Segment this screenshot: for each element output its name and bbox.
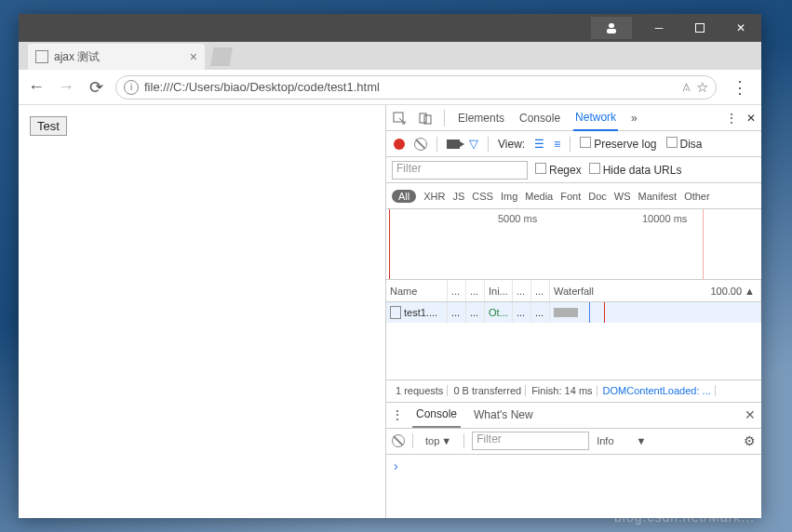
drawer-tabs: ⋮ Console What's New ✕ — [386, 403, 761, 429]
tick-5000: 5000 ms — [498, 213, 537, 224]
view-label: View: — [498, 138, 525, 151]
screenshot-icon[interactable] — [447, 140, 460, 149]
network-toolbar: ▽ View: ☰ ≡ Preserve log Disa — [386, 131, 761, 157]
record-icon[interactable] — [394, 139, 405, 150]
page-icon — [35, 50, 48, 63]
console-prompt-icon: › — [394, 459, 398, 473]
star-icon[interactable]: ☆ — [696, 79, 708, 96]
svg-rect-0 — [609, 23, 614, 28]
tab-strip: ajax 测试 × — [19, 42, 761, 70]
drawer-close-icon[interactable]: ✕ — [745, 407, 756, 422]
network-status-bar: 1 requests 0 B transferred Finish: 14 ms… — [386, 380, 761, 403]
close-tab-icon[interactable]: × — [190, 49, 197, 64]
console-settings-icon[interactable]: ⚙ — [744, 433, 756, 448]
forward-button[interactable]: → — [56, 77, 76, 97]
table-empty-area — [386, 323, 761, 380]
col-name[interactable]: Name — [386, 280, 448, 301]
hide-data-urls-checkbox[interactable]: Hide data URLs — [589, 163, 682, 177]
tab-console[interactable]: Console — [517, 105, 562, 131]
filter-input[interactable]: Filter — [392, 161, 528, 180]
devtools-close-icon[interactable]: ✕ — [746, 112, 756, 125]
minimize-button[interactable]: ─ — [638, 14, 679, 42]
type-filter-row: All XHR JS CSS Img Media Font Doc WS Man… — [386, 183, 761, 209]
browser-tab[interactable]: ajax 测试 × — [28, 44, 205, 70]
waterfall-bar — [554, 308, 578, 317]
filter-img[interactable]: Img — [501, 191, 517, 202]
devtools-panel: Elements Console Network » ⋮ ✕ ▽ View: ☰… — [385, 105, 761, 518]
filter-css[interactable]: CSS — [472, 191, 493, 202]
preserve-log-checkbox[interactable]: Preserve log — [580, 137, 656, 151]
filter-icon[interactable]: ▽ — [469, 137, 478, 151]
transferred-size: 0 B transferred — [450, 385, 526, 396]
svg-rect-2 — [696, 24, 705, 33]
device-icon[interactable] — [418, 111, 433, 126]
requests-count: 1 requests — [392, 385, 448, 396]
address-bar-row: ← → ⟳ i file:///C:/Users/biao/Desktop/co… — [19, 70, 761, 105]
reload-button[interactable]: ⟳ — [86, 77, 106, 98]
page-body: Test — [19, 105, 385, 518]
console-clear-icon[interactable] — [392, 434, 405, 447]
back-button[interactable]: ← — [26, 77, 47, 97]
network-table-header: Name ... ... Ini... ... ... Waterfall100… — [386, 280, 761, 302]
col-waterfall[interactable]: Waterfall100.00 ▲ — [550, 280, 761, 301]
overview-icon[interactable]: ≡ — [554, 138, 560, 151]
tick-10000: 10000 ms — [642, 213, 687, 224]
devtools-menu-icon[interactable]: ⋮ — [726, 112, 737, 125]
filter-js[interactable]: JS — [452, 191, 464, 202]
clear-icon[interactable] — [414, 138, 427, 151]
tab-elements[interactable]: Elements — [456, 105, 506, 131]
site-info-icon[interactable]: i — [124, 80, 139, 95]
drawer-tab-whatsnew[interactable]: What's New — [470, 402, 537, 428]
filter-media[interactable]: Media — [525, 191, 553, 202]
browser-menu-icon[interactable]: ⋮ — [726, 77, 754, 98]
filter-all[interactable]: All — [392, 190, 416, 203]
devtools-tabs: Elements Console Network » ⋮ ✕ — [386, 105, 761, 131]
network-row[interactable]: test1.... ... ... Ot... ... ... — [386, 302, 761, 323]
filter-row: Filter Regex Hide data URLs — [386, 157, 761, 183]
col-initiator[interactable]: Ini... — [485, 280, 513, 301]
tab-title: ajax 测试 — [54, 49, 100, 65]
dcl-time: DOMContentLoaded: ... — [599, 385, 716, 396]
filter-manifest[interactable]: Manifest — [638, 191, 678, 202]
large-rows-icon[interactable]: ☰ — [534, 138, 544, 151]
window-titlebar: ─ ✕ — [19, 14, 761, 42]
file-icon — [390, 306, 401, 319]
close-window-button[interactable]: ✕ — [720, 14, 761, 42]
timeline-overview[interactable]: 5000 ms 10000 ms — [386, 209, 761, 280]
new-tab-button[interactable] — [210, 47, 233, 66]
user-profile-icon[interactable] — [591, 17, 632, 39]
disable-cache-checkbox[interactable]: Disa — [666, 137, 703, 151]
console-scope-select[interactable]: top ▼ — [421, 433, 456, 448]
filter-ws[interactable]: WS — [614, 191, 631, 202]
more-tabs-icon[interactable]: » — [631, 112, 638, 125]
filter-font[interactable]: Font — [560, 191, 581, 202]
test-button[interactable]: Test — [30, 116, 67, 136]
browser-window: ─ ✕ ajax 测试 × ← → ⟳ i file:///C:/Users/b… — [19, 14, 761, 518]
drawer-menu-icon[interactable]: ⋮ — [392, 408, 403, 421]
tab-network[interactable]: Network — [573, 105, 618, 131]
filter-other[interactable]: Other — [684, 191, 710, 202]
filter-xhr[interactable]: XHR — [423, 191, 445, 202]
inspect-icon[interactable] — [392, 111, 407, 126]
filter-doc[interactable]: Doc — [588, 191, 607, 202]
watermark-text: blog.csdn.net/Mark... — [614, 510, 755, 525]
svg-rect-1 — [607, 29, 616, 33]
console-body[interactable]: › — [386, 455, 761, 519]
console-level-select[interactable]: Info ▼ — [597, 435, 646, 446]
console-filter-input[interactable]: Filter — [472, 432, 589, 450]
finish-time: Finish: 14 ms — [528, 385, 597, 396]
maximize-button[interactable] — [679, 14, 720, 42]
drawer-tab-console[interactable]: Console — [412, 402, 461, 428]
address-bar[interactable]: i file:///C:/Users/biao/Desktop/code/tes… — [115, 75, 717, 100]
console-toolbar: top ▼ Filter Info ▼ ⚙ — [386, 429, 761, 455]
translate-icon[interactable]: ⟑ — [682, 79, 691, 96]
regex-checkbox[interactable]: Regex — [535, 163, 582, 177]
content-area: Test Elements Console Network » ⋮ ✕ — [19, 105, 761, 518]
url-text: file:///C:/Users/biao/Desktop/code/test1… — [144, 80, 380, 94]
